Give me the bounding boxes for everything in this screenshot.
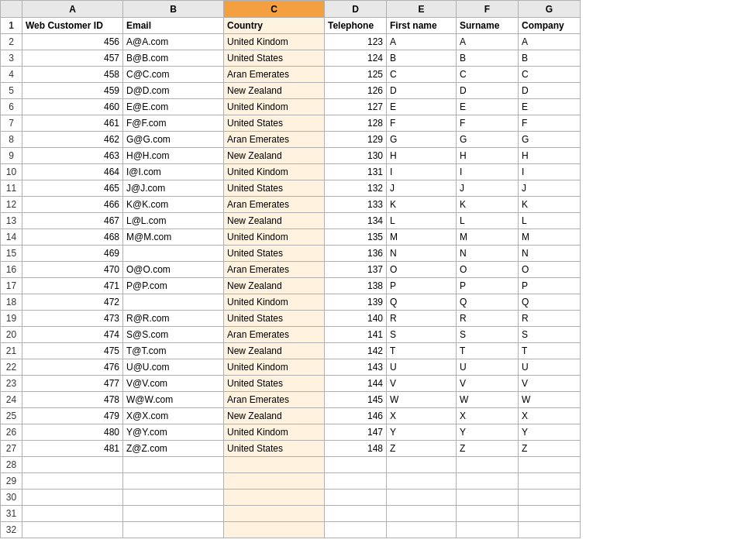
- cell-firstname[interactable]: X: [387, 408, 457, 424]
- cell-email[interactable]: B@B.com: [123, 50, 224, 67]
- cell-telephone[interactable]: 124: [325, 50, 387, 67]
- cell-company[interactable]: K: [519, 197, 581, 213]
- cell-firstname[interactable]: [387, 457, 457, 473]
- col-letter-e[interactable]: E: [387, 1, 457, 18]
- cell-web-customer-id[interactable]: 475: [22, 343, 123, 359]
- cell-country[interactable]: United States: [224, 441, 325, 457]
- cell-country[interactable]: [224, 506, 325, 522]
- cell-country[interactable]: [224, 457, 325, 473]
- cell-country[interactable]: United States: [224, 115, 325, 132]
- cell-email[interactable]: [123, 490, 224, 506]
- cell-country[interactable]: United Kindom: [224, 99, 325, 115]
- cell-company[interactable]: X: [519, 408, 581, 424]
- cell-firstname[interactable]: G: [387, 132, 457, 148]
- cell-email[interactable]: S@S.com: [123, 327, 224, 343]
- cell-email[interactable]: [123, 294, 224, 311]
- cell-country[interactable]: New Zealand: [224, 278, 325, 294]
- cell-firstname[interactable]: [387, 506, 457, 522]
- cell-email[interactable]: R@R.com: [123, 311, 224, 327]
- cell-telephone[interactable]: 125: [325, 67, 387, 83]
- cell-telephone[interactable]: 147: [325, 424, 387, 441]
- cell-telephone[interactable]: 139: [325, 294, 387, 311]
- cell-firstname[interactable]: C: [387, 67, 457, 83]
- cell-telephone[interactable]: 141: [325, 327, 387, 343]
- cell-surname[interactable]: K: [457, 197, 519, 213]
- col-letter-f[interactable]: F: [457, 1, 519, 18]
- cell-firstname[interactable]: F: [387, 115, 457, 132]
- cell-telephone[interactable]: [325, 457, 387, 473]
- cell-company[interactable]: W: [519, 392, 581, 408]
- cell-firstname[interactable]: K: [387, 197, 457, 213]
- cell-country[interactable]: United Kindom: [224, 34, 325, 50]
- cell-web-customer-id[interactable]: 479: [22, 408, 123, 424]
- cell-company[interactable]: [519, 473, 581, 490]
- cell-firstname[interactable]: Z: [387, 441, 457, 457]
- cell-firstname[interactable]: M: [387, 229, 457, 246]
- cell-email[interactable]: [123, 246, 224, 262]
- cell-email[interactable]: Z@Z.com: [123, 441, 224, 457]
- cell-company[interactable]: D: [519, 83, 581, 99]
- cell-country[interactable]: Aran Emerates: [224, 262, 325, 278]
- cell-web-customer-id[interactable]: [22, 506, 123, 522]
- cell-firstname[interactable]: D: [387, 83, 457, 99]
- cell-country[interactable]: United Kindom: [224, 229, 325, 246]
- cell-web-customer-id[interactable]: 459: [22, 83, 123, 99]
- cell-company[interactable]: J: [519, 180, 581, 197]
- cell-web-customer-id[interactable]: [22, 490, 123, 506]
- cell-web-customer-id[interactable]: [22, 522, 123, 538]
- cell-surname[interactable]: U: [457, 359, 519, 376]
- cell-firstname[interactable]: P: [387, 278, 457, 294]
- cell-country[interactable]: New Zealand: [224, 213, 325, 229]
- cell-company[interactable]: Y: [519, 424, 581, 441]
- cell-company[interactable]: A: [519, 34, 581, 50]
- cell-telephone[interactable]: 132: [325, 180, 387, 197]
- cell-country[interactable]: New Zealand: [224, 83, 325, 99]
- cell-telephone[interactable]: 130: [325, 148, 387, 164]
- spreadsheet[interactable]: A B C D E F G 1 Web Customer ID Email Co…: [0, 0, 581, 538]
- cell-firstname[interactable]: [387, 522, 457, 538]
- cell-country[interactable]: United States: [224, 246, 325, 262]
- cell-surname[interactable]: O: [457, 262, 519, 278]
- cell-company[interactable]: R: [519, 311, 581, 327]
- cell-email[interactable]: [123, 473, 224, 490]
- cell-telephone[interactable]: [325, 490, 387, 506]
- cell-web-customer-id[interactable]: 466: [22, 197, 123, 213]
- col-letter-d[interactable]: D: [325, 1, 387, 18]
- cell-email[interactable]: [123, 506, 224, 522]
- cell-country[interactable]: [224, 490, 325, 506]
- cell-web-customer-id[interactable]: 478: [22, 392, 123, 408]
- cell-company[interactable]: I: [519, 164, 581, 180]
- cell-company[interactable]: [519, 457, 581, 473]
- cell-surname[interactable]: A: [457, 34, 519, 50]
- cell-company[interactable]: S: [519, 327, 581, 343]
- cell-telephone[interactable]: 146: [325, 408, 387, 424]
- cell-web-customer-id[interactable]: 477: [22, 376, 123, 392]
- cell-telephone[interactable]: 138: [325, 278, 387, 294]
- cell-surname[interactable]: L: [457, 213, 519, 229]
- cell-surname[interactable]: B: [457, 50, 519, 67]
- col-letter-c[interactable]: C: [224, 1, 325, 18]
- cell-company[interactable]: V: [519, 376, 581, 392]
- cell-web-customer-id[interactable]: 471: [22, 278, 123, 294]
- cell-telephone[interactable]: 145: [325, 392, 387, 408]
- cell-company[interactable]: [519, 490, 581, 506]
- cell-country[interactable]: [224, 522, 325, 538]
- cell-firstname[interactable]: [387, 473, 457, 490]
- cell-email[interactable]: V@V.com: [123, 376, 224, 392]
- cell-email[interactable]: J@J.com: [123, 180, 224, 197]
- cell-telephone[interactable]: 131: [325, 164, 387, 180]
- cell-surname[interactable]: P: [457, 278, 519, 294]
- cell-web-customer-id[interactable]: 472: [22, 294, 123, 311]
- cell-web-customer-id[interactable]: 464: [22, 164, 123, 180]
- cell-web-customer-id[interactable]: 480: [22, 424, 123, 441]
- cell-company[interactable]: N: [519, 246, 581, 262]
- cell-telephone[interactable]: 136: [325, 246, 387, 262]
- cell-web-customer-id[interactable]: 473: [22, 311, 123, 327]
- cell-email[interactable]: A@A.com: [123, 34, 224, 50]
- cell-firstname[interactable]: J: [387, 180, 457, 197]
- cell-surname[interactable]: T: [457, 343, 519, 359]
- cell-telephone[interactable]: 129: [325, 132, 387, 148]
- cell-web-customer-id[interactable]: 469: [22, 246, 123, 262]
- cell-firstname[interactable]: Q: [387, 294, 457, 311]
- cell-email[interactable]: T@T.com: [123, 343, 224, 359]
